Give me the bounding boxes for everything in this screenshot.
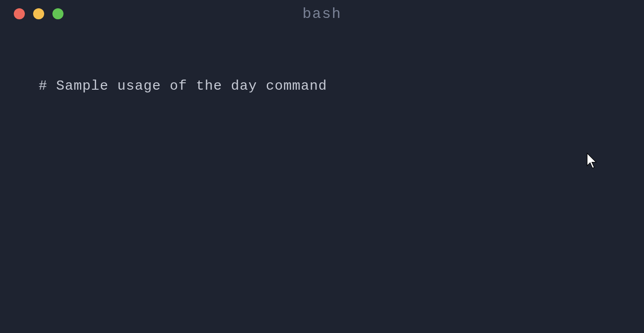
traffic-lights xyxy=(14,8,63,19)
terminal-body[interactable]: # Sample usage of the day command xyxy=(0,23,644,94)
terminal-line: # Sample usage of the day command xyxy=(39,78,605,94)
window-title: bash xyxy=(0,6,644,23)
minimize-button[interactable] xyxy=(33,8,44,19)
cursor-icon xyxy=(586,153,598,169)
window-titlebar: bash xyxy=(0,0,644,23)
close-button[interactable] xyxy=(14,8,25,19)
zoom-button[interactable] xyxy=(52,8,63,19)
